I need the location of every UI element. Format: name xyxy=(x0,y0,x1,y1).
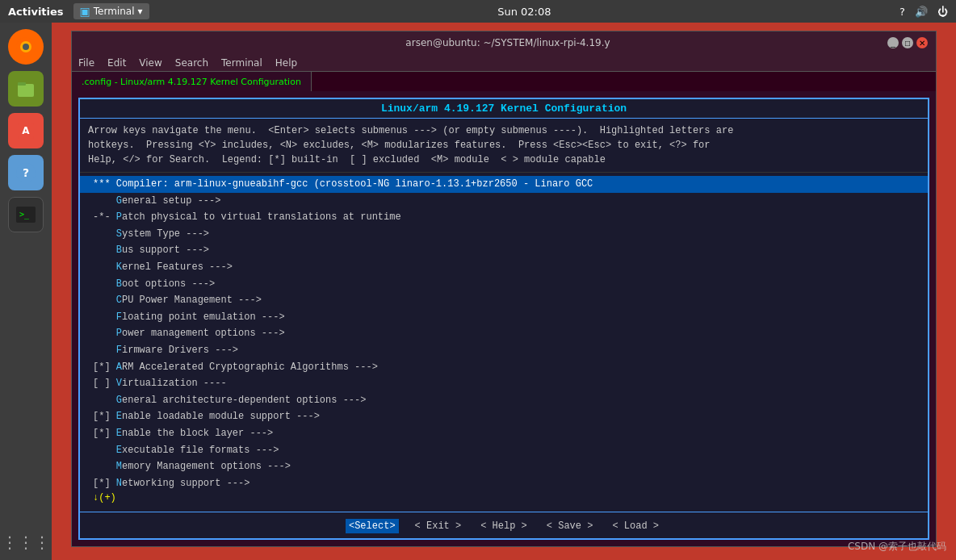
menu-row[interactable]: Floating point emulation ---> xyxy=(80,309,928,326)
menu-row[interactable]: Bus support ---> xyxy=(80,242,928,259)
menu-row[interactable]: [ ] Virtualization ---- xyxy=(80,375,928,392)
menu-row[interactable]: Firmware Drivers ---> xyxy=(80,342,928,359)
sidebar-item-terminal[interactable]: >_ xyxy=(8,197,44,232)
menu-row[interactable]: [*] Enable loadable module support ---> xyxy=(80,408,928,425)
load-button[interactable]: < Load > xyxy=(609,519,662,533)
left-sidebar: A ? >_ ⋮⋮⋮ xyxy=(0,23,52,560)
svg-text:>_: >_ xyxy=(19,210,30,219)
terminal-title: arsen@ubuntu: ~/SYSTEM/linux-rpi-4.19.y xyxy=(128,37,887,48)
terminal-content: Linux/arm 4.19.127 Kernel Configuration … xyxy=(72,91,936,546)
svg-rect-4 xyxy=(18,82,26,86)
menu-row[interactable]: CPU Power Management ---> xyxy=(80,292,928,309)
window-controls: _ □ ✕ xyxy=(887,37,928,48)
activities-button[interactable]: Activities xyxy=(8,6,64,18)
menu-edit[interactable]: Edit xyxy=(107,57,126,69)
menu-file[interactable]: File xyxy=(78,57,94,69)
close-button[interactable]: ✕ xyxy=(916,37,928,48)
scroll-indicator: ↓(+) xyxy=(80,491,928,504)
top-bar: Activities ▣ Terminal ▾ Sun 02:08 ? 🔊 ⏻ xyxy=(0,0,956,23)
menu-row[interactable]: [*] ARM Accelerated Cryptographic Algori… xyxy=(80,359,928,376)
kconfig-title: Linux/arm 4.19.127 Kernel Configuration xyxy=(80,99,928,119)
kconfig-menu[interactable]: *** Compiler: arm-linux-gnueabihf-gcc (c… xyxy=(80,173,928,512)
menu-row[interactable]: General architecture-dependent options -… xyxy=(80,392,928,409)
kconfig-buttons: <Select> < Exit > < Help > < Save > < Lo… xyxy=(80,512,928,538)
menu-view[interactable]: View xyxy=(139,57,161,69)
menu-row[interactable]: Executable file formats ---> xyxy=(80,442,928,459)
menu-row[interactable]: Boot options ---> xyxy=(80,276,928,293)
svg-rect-3 xyxy=(18,84,34,97)
menu-search[interactable]: Search xyxy=(175,57,208,69)
kconfig-help-text: Arrow keys navigate the menu. <Enter> se… xyxy=(80,119,928,173)
active-tab[interactable]: .config - Linux/arm 4.19.127 Kernel Conf… xyxy=(72,72,312,91)
terminal-icon: ▣ xyxy=(80,5,90,18)
sidebar-item-firefox[interactable] xyxy=(8,29,44,65)
save-button[interactable]: < Save > xyxy=(543,519,597,533)
terminal-tab-arrow: ▾ xyxy=(138,6,143,17)
terminal-titlebar: arsen@ubuntu: ~/SYSTEM/linux-rpi-4.19.y … xyxy=(72,31,936,54)
menu-row[interactable]: Memory Management options ---> xyxy=(80,458,928,475)
terminal-tab[interactable]: ▣ Terminal ▾ xyxy=(73,3,149,19)
terminal-tab-label: Terminal xyxy=(94,6,135,17)
menu-row[interactable]: [*] Networking support ---> xyxy=(80,475,928,492)
maximize-button[interactable]: □ xyxy=(902,37,913,48)
menu-terminal[interactable]: Terminal xyxy=(221,57,262,69)
terminal-window: arsen@ubuntu: ~/SYSTEM/linux-rpi-4.19.y … xyxy=(71,31,937,547)
menu-row[interactable]: Kernel Features ---> xyxy=(80,259,928,276)
menu-row[interactable]: -*- Patch physical to virtual translatio… xyxy=(80,209,928,226)
sidebar-item-help[interactable]: ? xyxy=(8,155,44,190)
svg-point-2 xyxy=(23,44,29,50)
watermark: CSDN @索子也敲代码 xyxy=(848,540,946,554)
sidebar-item-files[interactable] xyxy=(8,71,44,107)
app-grid-icon[interactable]: ⋮⋮⋮ xyxy=(2,533,50,552)
top-bar-right-icons: ? 🔊 ⏻ xyxy=(899,6,948,18)
menu-bar: File Edit View Search Terminal Help xyxy=(72,54,936,72)
volume-icon[interactable]: 🔊 xyxy=(915,6,928,18)
svg-text:?: ? xyxy=(23,166,29,179)
tab-bar: .config - Linux/arm 4.19.127 Kernel Conf… xyxy=(72,72,936,91)
sidebar-item-software[interactable]: A xyxy=(8,113,44,148)
select-button[interactable]: <Select> xyxy=(346,519,399,533)
menu-help[interactable]: Help xyxy=(275,57,297,69)
help-button[interactable]: < Help > xyxy=(477,519,530,533)
menu-row[interactable]: General setup ---> xyxy=(80,193,928,210)
top-bar-time: Sun 02:08 xyxy=(497,6,551,18)
svg-text:A: A xyxy=(22,125,30,136)
kconfig-dialog: Linux/arm 4.19.127 Kernel Configuration … xyxy=(78,98,929,540)
help-icon[interactable]: ? xyxy=(899,6,905,18)
menu-row[interactable]: *** Compiler: arm-linux-gnueabihf-gcc (c… xyxy=(80,176,928,193)
menu-row[interactable]: [*] Enable the block layer ---> xyxy=(80,425,928,442)
menu-row[interactable]: Power management options ---> xyxy=(80,325,928,342)
menu-row[interactable]: System Type ---> xyxy=(80,226,928,243)
power-icon[interactable]: ⏻ xyxy=(937,6,948,18)
minimize-button[interactable]: _ xyxy=(887,37,899,48)
exit-button[interactable]: < Exit > xyxy=(412,519,465,533)
